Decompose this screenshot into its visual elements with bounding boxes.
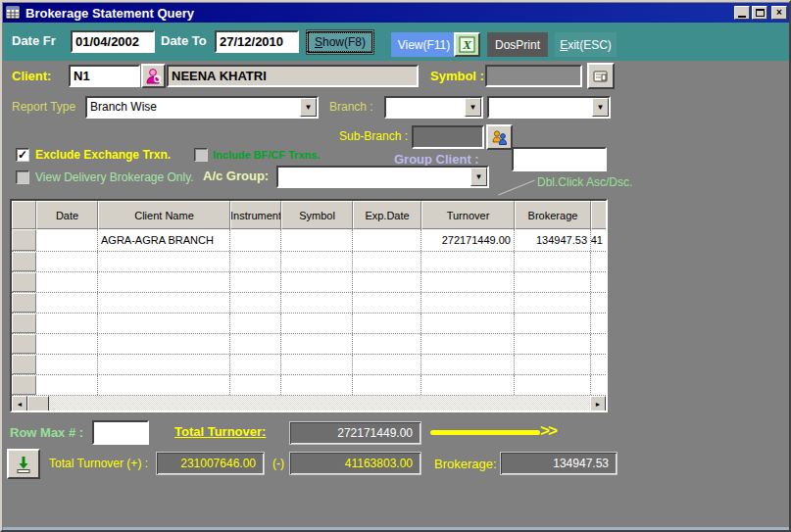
ac-group-dropdown[interactable]: ▼: [276, 166, 489, 188]
grid-cell-extra[interactable]: [591, 355, 606, 374]
grid-cell-date[interactable]: [36, 272, 98, 292]
grid-cell-brokerage[interactable]: [515, 293, 591, 313]
grid-cell-exp-date[interactable]: [353, 252, 421, 271]
grid-cell-extra[interactable]: [591, 334, 606, 354]
export-button[interactable]: [7, 449, 40, 479]
grid-cell-brokerage[interactable]: [515, 314, 591, 333]
row-selector[interactable]: [12, 355, 36, 374]
grid-cell-extra[interactable]: [591, 375, 606, 395]
grid-cell-instrument[interactable]: [230, 314, 281, 333]
grid-cell-symbol[interactable]: [281, 229, 353, 251]
grid-cell-turnover[interactable]: [421, 355, 515, 374]
grid-cell-extra[interactable]: [591, 272, 606, 292]
grid-cell-extra[interactable]: 41: [591, 229, 606, 251]
dosprint-button[interactable]: DosPrint: [487, 32, 548, 57]
scrollbar-track[interactable]: [49, 396, 590, 411]
grid-corner-cell[interactable]: [12, 201, 36, 229]
grid-cell-brokerage[interactable]: [515, 375, 591, 395]
grid-cell-extra[interactable]: [591, 314, 606, 333]
grid-cell-instrument[interactable]: [230, 229, 281, 251]
grid-cell-extra[interactable]: [591, 252, 606, 271]
chevron-down-icon[interactable]: ▼: [592, 98, 609, 117]
minimize-button[interactable]: [734, 6, 750, 20]
branch-dropdown[interactable]: ▼: [384, 96, 483, 119]
sub-branch-input[interactable]: [412, 125, 484, 149]
grid-cell-instrument[interactable]: [230, 355, 281, 374]
date-from-input[interactable]: 01/04/2002: [71, 30, 155, 53]
exclude-exchange-checkbox[interactable]: ✓: [16, 148, 29, 162]
grid-cell-client-name[interactable]: [98, 314, 230, 333]
grid-cell-exp-date[interactable]: [353, 334, 421, 354]
grid-cell-symbol[interactable]: [281, 334, 353, 354]
grid-cell-exp-date[interactable]: [353, 314, 421, 333]
chevron-down-icon[interactable]: ▼: [465, 98, 481, 117]
grid-cell-date[interactable]: [36, 229, 98, 251]
grid-header-cell[interactable]: Turnover: [421, 201, 515, 229]
scrollbar-thumb[interactable]: [27, 396, 49, 411]
grid-cell-date[interactable]: [36, 375, 98, 395]
grid-cell-symbol[interactable]: [281, 252, 353, 271]
grid-header-cell[interactable]: Brokerage: [515, 201, 591, 229]
grid-cell-brokerage[interactable]: 134947.53: [515, 229, 591, 251]
grid-cell-exp-date[interactable]: [353, 293, 421, 313]
grid-cell-turnover[interactable]: [421, 334, 515, 354]
grid-cell-symbol[interactable]: [281, 272, 353, 292]
row-max-input[interactable]: [92, 420, 149, 445]
grid-cell-client-name[interactable]: [98, 375, 230, 395]
row-selector[interactable]: [12, 229, 36, 251]
grid-cell-extra[interactable]: [591, 293, 606, 313]
grid-cell-turnover[interactable]: [421, 252, 515, 271]
grid-cell-symbol[interactable]: [281, 293, 353, 313]
view-button[interactable]: View(F11): [391, 32, 457, 57]
grid-cell-client-name[interactable]: [98, 252, 230, 271]
row-selector[interactable]: [12, 375, 36, 395]
client-search-button[interactable]: [141, 64, 166, 88]
report-type-dropdown[interactable]: Branch Wise ▼: [85, 96, 319, 119]
include-bfcf-checkbox[interactable]: [194, 148, 208, 162]
branch-dropdown-2[interactable]: ▼: [487, 96, 611, 119]
grid-header-cell[interactable]: Instrument: [230, 201, 281, 229]
grid-cell-brokerage[interactable]: [515, 272, 591, 292]
group-client-input[interactable]: [512, 147, 607, 171]
grid-cell-turnover[interactable]: 272171449.00: [421, 229, 515, 251]
grid-cell-exp-date[interactable]: [353, 355, 421, 374]
row-selector[interactable]: [12, 252, 36, 271]
grid-cell-date[interactable]: [36, 252, 98, 271]
grid-hscrollbar[interactable]: ◄ ►: [12, 396, 606, 411]
sub-branch-lookup-button[interactable]: [486, 124, 513, 150]
date-to-input[interactable]: 27/12/2010: [215, 30, 299, 53]
grid-cell-symbol[interactable]: [281, 314, 353, 333]
grid-cell-instrument[interactable]: [230, 293, 281, 313]
chevron-down-icon[interactable]: ▼: [470, 168, 487, 186]
grid-cell-exp-date[interactable]: [353, 375, 421, 395]
grid-header-cell[interactable]: [591, 201, 606, 229]
grid-cell-client-name[interactable]: AGRA-AGRA BRANCH: [98, 229, 230, 251]
excel-export-button[interactable]: X: [454, 32, 480, 57]
row-selector[interactable]: [12, 314, 36, 333]
grid-cell-date[interactable]: [36, 334, 98, 354]
grid-cell-date[interactable]: [36, 293, 98, 313]
grid-cell-instrument[interactable]: [230, 272, 281, 292]
exit-button[interactable]: Exit(ESC): [555, 32, 617, 57]
grid-cell-brokerage[interactable]: [515, 355, 591, 374]
scroll-right-button[interactable]: ►: [590, 396, 606, 411]
grid-cell-exp-date[interactable]: [353, 229, 421, 251]
grid-header-cell[interactable]: Symbol: [281, 201, 353, 229]
maximize-button[interactable]: [752, 6, 767, 20]
grid-header-cell[interactable]: Client Name: [98, 201, 230, 229]
grid-cell-turnover[interactable]: [421, 293, 515, 313]
grid-cell-date[interactable]: [36, 314, 98, 333]
grid-header-cell[interactable]: Date: [36, 201, 98, 229]
grid-cell-symbol[interactable]: [281, 375, 353, 395]
row-selector[interactable]: [12, 293, 36, 313]
grid-cell-date[interactable]: [36, 355, 98, 374]
grid-cell-instrument[interactable]: [230, 375, 281, 395]
symbol-lookup-button[interactable]: [587, 63, 615, 89]
grid-cell-client-name[interactable]: [98, 293, 230, 313]
client-code-input[interactable]: N1: [69, 65, 140, 87]
grid-cell-client-name[interactable]: [98, 355, 230, 374]
close-button[interactable]: ×: [771, 6, 787, 20]
grid-cell-exp-date[interactable]: [353, 272, 421, 292]
row-selector[interactable]: [12, 334, 36, 354]
view-delivery-checkbox[interactable]: [16, 170, 29, 184]
